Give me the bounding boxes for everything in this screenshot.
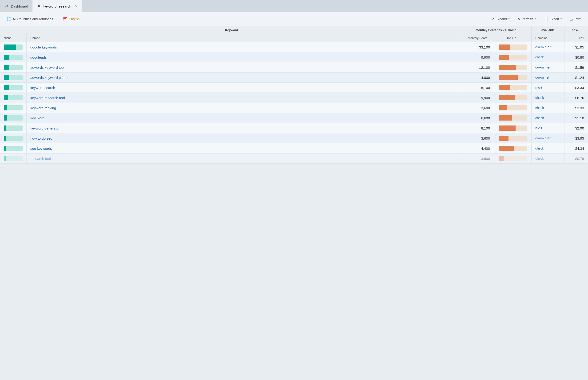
table-row[interactable]: research tools3,600 check$0.79: [0, 153, 588, 164]
refresh-button[interactable]: ↻ Refresh ▾: [514, 16, 539, 22]
tab-keyword-research[interactable]: ❋ keyword research ✕: [33, 0, 82, 12]
refresh-icon: ↻: [517, 17, 520, 21]
domains-cell[interactable]: check: [532, 93, 565, 103]
niche-cell: [0, 93, 27, 103]
keyword-research-icon: ❋: [37, 4, 41, 8]
region-selector[interactable]: 🌐 All Countries and Territories: [4, 15, 56, 23]
niche-bar-fill: [4, 85, 9, 90]
tab-close-icon[interactable]: ✕: [75, 5, 78, 8]
table-row[interactable]: keyword search8,100 n-e-t$3.34: [0, 83, 588, 93]
table-row[interactable]: keyword research tool9,900 check$6.76: [0, 93, 588, 103]
phrase-cell[interactable]: adwords keyword planner: [27, 73, 463, 83]
phrase-cell[interactable]: keyword search: [27, 83, 463, 93]
competition-cell: [494, 73, 532, 83]
cpc-cell: $1.05: [565, 42, 588, 52]
domains-cell[interactable]: c-o-m n-e-t: [532, 42, 565, 52]
tab-dashboard[interactable]: ⊙ Dashboard: [0, 0, 33, 12]
col-header-monthly-searches[interactable]: Monthly Searc...: [463, 34, 494, 42]
table-row[interactable]: key word6,600 check$1.10: [0, 113, 588, 123]
flag-icon: 🚩: [63, 17, 68, 21]
niche-bar-fill: [4, 44, 16, 50]
competition-cell: [494, 113, 532, 123]
phrase-cell[interactable]: how to do seo: [27, 133, 463, 143]
comp-bar-fill: [499, 115, 512, 121]
competition-cell: [494, 153, 532, 164]
tab-dashboard-label: Dashboard: [11, 4, 28, 8]
niche-bar-container: [4, 146, 23, 151]
phrase-cell[interactable]: adwords keyword tool: [27, 62, 463, 73]
niche-bar-fill: [4, 95, 8, 100]
niche-cell: [0, 123, 27, 133]
table-row[interactable]: keyword generator8,100 n-e-t$2.90: [0, 123, 588, 133]
niche-bar-fill: [4, 105, 7, 110]
table-header-group: Keyword Monthly Searches vs. Comp... Ava…: [0, 26, 588, 34]
phrase-cell[interactable]: key word: [27, 113, 463, 123]
domains-cell[interactable]: check: [532, 143, 565, 153]
expand-button[interactable]: ⤢ Expand ▾: [488, 16, 512, 22]
searches-cell: 3,600: [463, 133, 494, 143]
domains-cell[interactable]: check: [532, 153, 565, 164]
phrase-cell[interactable]: research tools: [27, 153, 463, 164]
comp-bar-container: [499, 126, 527, 131]
niche-bar-fill: [4, 136, 6, 141]
searches-cell: 4,400: [463, 143, 494, 153]
competition-cell: [494, 52, 532, 62]
phrase-cell[interactable]: seo keywords: [27, 143, 463, 153]
domains-cell[interactable]: check: [532, 103, 565, 113]
comp-bar-container: [499, 75, 527, 80]
niche-bar-container: [4, 85, 23, 90]
table-row[interactable]: keyword ranking3,600 check$3.33: [0, 103, 588, 113]
col-header-top-results[interactable]: Top Re...: [494, 34, 532, 42]
niche-bar-container: [4, 126, 23, 131]
searches-cell: 8,100: [463, 123, 494, 133]
col-header-phrase[interactable]: Phrase: [27, 34, 463, 42]
export-icon: 📄: [544, 17, 548, 21]
table-row[interactable]: google keywords33,100 c-o-m n-e-t$1.05: [0, 42, 588, 52]
col-header-niche[interactable]: Niche...: [0, 34, 27, 42]
col-header-cpc[interactable]: CPC: [565, 34, 588, 42]
comp-bar-fill: [499, 126, 516, 131]
comp-bar-fill: [499, 146, 514, 151]
niche-bar-fill: [4, 115, 7, 121]
comp-bar-fill: [499, 75, 518, 80]
table-row[interactable]: how to do seo3,600 c-o-m n-e-t$3.95: [0, 133, 588, 143]
export-button[interactable]: 📄 Export ▾: [541, 16, 565, 22]
domains-cell[interactable]: c-o-m n-e-t: [532, 62, 565, 73]
niche-cell: [0, 143, 27, 153]
comp-bar-fill: [499, 65, 516, 70]
phrase-cell[interactable]: googleads: [27, 52, 463, 62]
separator-1: [58, 16, 58, 23]
table-row[interactable]: seo keywords4,400 check$4.34: [0, 143, 588, 153]
tab-bar: ⊙ Dashboard ❋ keyword research ✕: [0, 0, 588, 12]
table-body: google keywords33,100 c-o-m n-e-t$1.05 g…: [0, 42, 588, 164]
table-row[interactable]: adwords keyword tool12,100 c-o-m n-e-t$1…: [0, 62, 588, 73]
table-row[interactable]: adwords keyword planner14,800 c-o-m net$…: [0, 73, 588, 83]
niche-bar-fill: [4, 126, 6, 131]
niche-bar-container: [4, 55, 23, 60]
competition-cell: [494, 123, 532, 133]
domains-cell[interactable]: check: [532, 113, 565, 123]
phrase-cell[interactable]: keyword generator: [27, 123, 463, 133]
domains-cell[interactable]: check: [532, 52, 565, 62]
searches-cell: 12,100: [463, 62, 494, 73]
phrase-cell[interactable]: keyword research tool: [27, 93, 463, 103]
language-selector[interactable]: 🚩 English: [60, 15, 83, 23]
searches-cell: 8,100: [463, 83, 494, 93]
domains-cell[interactable]: n-e-t: [532, 123, 565, 133]
competition-cell: [494, 83, 532, 93]
comp-bar-fill: [499, 44, 510, 50]
domains-cell[interactable]: c-o-m n-e-t: [532, 133, 565, 143]
searches-cell: 9,900: [463, 93, 494, 103]
dashboard-icon: ⊙: [4, 4, 9, 8]
domains-cell[interactable]: c-o-m net: [532, 73, 565, 83]
phrase-cell[interactable]: google keywords: [27, 42, 463, 52]
table-row[interactable]: googleads9,900 check$0.80: [0, 52, 588, 62]
comp-bar-container: [499, 65, 527, 70]
niche-bar-container: [4, 115, 23, 121]
phrase-cell[interactable]: keyword ranking: [27, 103, 463, 113]
print-button[interactable]: 🖨 Print: [567, 16, 584, 22]
col-header-domains[interactable]: Domains: [532, 34, 565, 42]
domains-cell[interactable]: n-e-t: [532, 83, 565, 93]
searches-cell: 33,100: [463, 42, 494, 52]
searches-cell: 3,600: [463, 103, 494, 113]
